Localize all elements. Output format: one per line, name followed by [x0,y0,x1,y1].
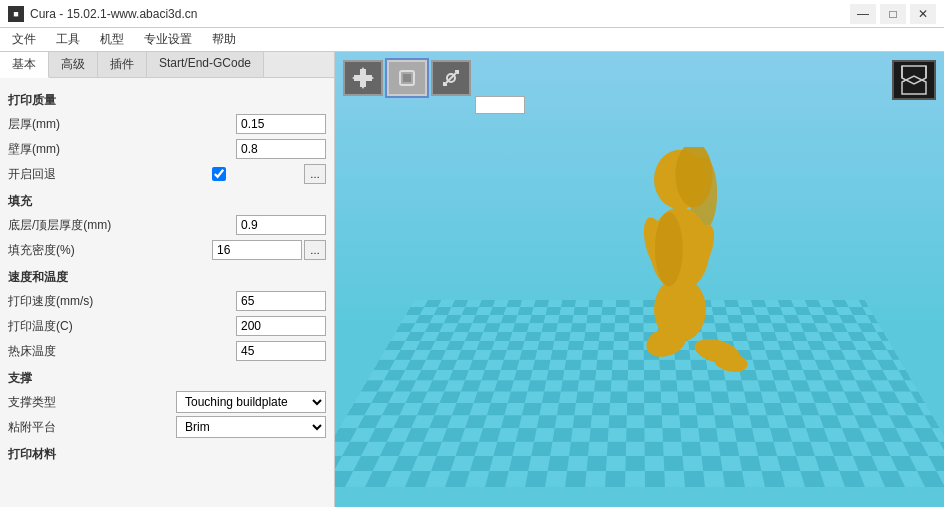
label-print-temp: 打印温度(C) [8,318,236,335]
title-bar-left: ■ Cura - 15.02.1-www.abaci3d.cn [8,6,197,22]
label-wall-thickness: 壁厚(mm) [8,141,236,158]
setting-row-bed-temp: 热床温度 [8,340,326,362]
setting-row-bottom-top: 底层/顶层厚度(mm) [8,214,326,236]
label-fill-density: 填充密度(%) [8,242,212,259]
select-support-type[interactable]: None Touching buildplate Everywhere [176,391,326,413]
maximize-button[interactable]: □ [880,4,906,24]
close-button[interactable]: ✕ [910,4,936,24]
input-print-speed[interactable] [236,291,326,311]
label-layer-height: 层厚(mm) [8,116,236,133]
select-adhesion[interactable]: None Brim Raft [176,416,326,438]
minimize-button[interactable]: — [850,4,876,24]
svg-point-24 [654,212,682,286]
label-retraction: 开启回退 [8,166,212,183]
title-text: Cura - 15.02.1-www.abaci3d.cn [30,7,197,21]
setting-row-retraction: 开启回退 … [8,163,326,185]
select-wrapper-adhesion: None Brim Raft [176,416,326,438]
label-support-type: 支撑类型 [8,394,176,411]
svg-rect-7 [403,74,411,82]
input-bed-temp[interactable] [236,341,326,361]
app-icon: ■ [8,6,24,22]
tab-basic[interactable]: 基本 [0,52,49,78]
checkbox-retraction[interactable] [212,167,226,181]
section-speed-temp: 速度和温度 [8,269,326,286]
model-svg [580,147,780,407]
menu-machine[interactable]: 机型 [92,29,132,50]
input-bottom-top[interactable] [236,215,326,235]
setting-row-fill-density: 填充密度(%) … [8,239,326,261]
viewport [335,52,944,507]
section-material: 打印材料 [8,446,326,463]
settings-area: 打印质量 层厚(mm) 壁厚(mm) 开启回退 … 填充 底层/顶层厚度(mm) [0,78,334,507]
label-bottom-top: 底层/顶层厚度(mm) [8,217,236,234]
dots-button-fill[interactable]: … [304,240,326,260]
checkbox-cell-retraction [212,167,302,181]
3d-model [580,147,780,407]
tab-start-end-gcode[interactable]: Start/End-GCode [147,52,264,77]
input-print-temp[interactable] [236,316,326,336]
layers-icon-button[interactable] [892,60,936,100]
section-support: 支撑 [8,370,326,387]
tooltip-highlight [475,96,525,114]
setting-row-adhesion: 粘附平台 None Brim Raft [8,416,326,438]
menu-file[interactable]: 文件 [4,29,44,50]
setting-row-wall-thickness: 壁厚(mm) [8,138,326,160]
svg-marker-9 [902,66,926,84]
tab-bar: 基本 高级 插件 Start/End-GCode [0,52,334,78]
section-fill: 填充 [8,193,326,210]
scale-icon [440,67,462,89]
layers-icon [900,64,928,96]
dots-button-retraction[interactable]: … [304,164,326,184]
move-icon [352,67,374,89]
input-fill-density[interactable] [212,240,302,260]
setting-row-print-speed: 打印速度(mm/s) [8,290,326,312]
title-bar-controls: — □ ✕ [850,4,936,24]
section-print-quality: 打印质量 [8,92,326,109]
setting-row-support-type: 支撑类型 None Touching buildplate Everywhere [8,391,326,413]
tab-plugins[interactable]: 插件 [98,52,147,77]
scale-tool-button[interactable] [431,60,471,96]
main-content: 基本 高级 插件 Start/End-GCode 打印质量 层厚(mm) 壁厚(… [0,52,944,507]
label-bed-temp: 热床温度 [8,343,236,360]
setting-row-print-temp: 打印温度(C) [8,315,326,337]
input-layer-height[interactable] [236,114,326,134]
select-wrapper-support: None Touching buildplate Everywhere [176,391,326,413]
rotate-icon [396,67,418,89]
label-adhesion: 粘附平台 [8,419,176,436]
input-wall-thickness[interactable] [236,139,326,159]
menu-expert[interactable]: 专业设置 [136,29,200,50]
menu-help[interactable]: 帮助 [204,29,244,50]
left-panel: 基本 高级 插件 Start/End-GCode 打印质量 层厚(mm) 壁厚(… [0,52,335,507]
setting-row-layer-height: 层厚(mm) [8,113,326,135]
label-print-speed: 打印速度(mm/s) [8,293,236,310]
menu-bar: 文件 工具 机型 专业设置 帮助 [0,28,944,52]
rotate-tool-button[interactable] [387,60,427,96]
tab-advanced[interactable]: 高级 [49,52,98,77]
viewport-toolbar [343,60,525,114]
menu-tools[interactable]: 工具 [48,29,88,50]
move-tool-button[interactable] [343,60,383,96]
title-bar: ■ Cura - 15.02.1-www.abaci3d.cn — □ ✕ [0,0,944,28]
svg-marker-10 [902,76,926,94]
